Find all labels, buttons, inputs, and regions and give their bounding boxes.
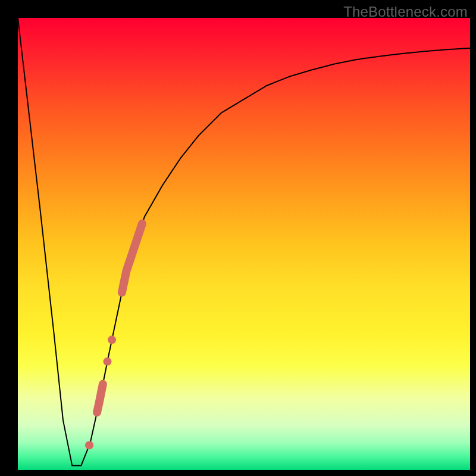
gradient-plot-area	[18, 18, 470, 470]
curve-marker-dot	[108, 336, 116, 344]
bottleneck-curve-svg	[18, 18, 470, 470]
bottleneck-curve	[18, 18, 470, 465]
curve-marker-segment	[97, 384, 103, 413]
watermark-text: TheBottleneck.com	[343, 4, 468, 20]
curve-marker-segment	[122, 224, 142, 293]
chart-frame: TheBottleneck.com	[0, 0, 476, 476]
curve-marker-dot	[103, 358, 111, 366]
curve-marker-dot	[85, 441, 93, 449]
